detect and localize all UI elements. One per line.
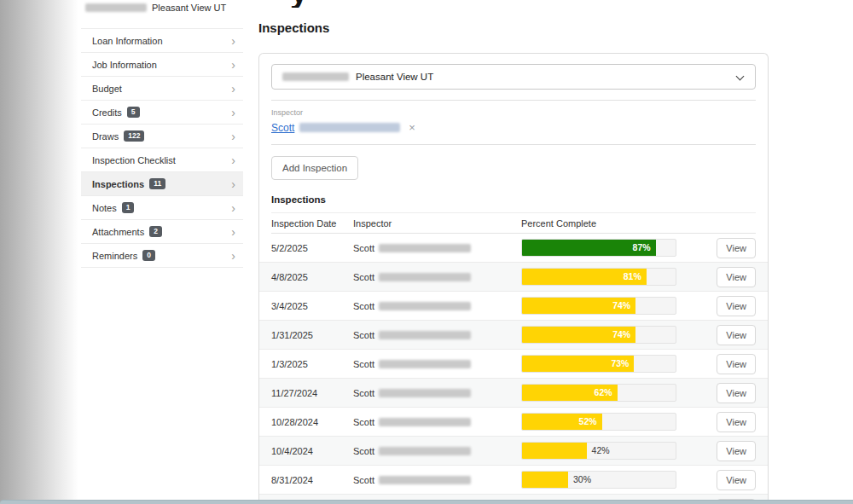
view-cell: View [717, 238, 756, 258]
inspection-date-cell: 1/31/2025 [271, 330, 353, 340]
inspector-link[interactable]: Scott [271, 122, 294, 134]
chevron-right-icon: › [231, 35, 235, 47]
redacted-inspector-name [379, 476, 471, 484]
view-cell: View [717, 383, 756, 403]
count-badge: 0 [142, 250, 155, 261]
percent-complete-cell: 74% [521, 326, 717, 344]
view-button[interactable]: View [717, 296, 756, 316]
chevron-right-icon: › [231, 178, 235, 190]
table-row: 10/28/2024Scott52%View [259, 408, 768, 437]
table-row: 1/3/2025Scott73%View [259, 350, 768, 379]
progress-bar-fill: 74% [522, 327, 635, 343]
view-cell: View [717, 441, 756, 461]
sidebar-nav: Loan Information›Job Information›Budget›… [81, 28, 243, 268]
redacted-inspector-name [379, 244, 471, 252]
table-row: 3/4/2025Scott74%View [259, 292, 768, 321]
redacted-inspector-name [379, 447, 471, 455]
percent-complete-cell: 62% [521, 384, 717, 402]
progress-bar: 81% [521, 268, 676, 286]
chevron-right-icon: › [231, 59, 235, 71]
column-header-inspection-date: Inspection Date [271, 218, 353, 229]
page-title: Inspections [258, 20, 329, 35]
inspection-date-cell: 3/4/2025 [271, 301, 353, 311]
chevron-right-icon: › [231, 154, 235, 166]
inspector-name: Scott [353, 417, 374, 427]
count-badge: 122 [124, 130, 144, 142]
sidebar-item-label: Inspections [92, 179, 144, 189]
sidebar-item-job-information[interactable]: Job Information› [81, 53, 243, 77]
divider [271, 100, 756, 101]
remove-inspector-icon[interactable]: × [409, 121, 415, 134]
view-cell: View [717, 354, 756, 374]
inspector-cell: Scott [353, 446, 521, 456]
inspections-panel: Pleasant View UT Inspector Scott × Add I… [258, 53, 769, 504]
view-button[interactable]: View [717, 267, 756, 287]
redacted-loan-number [85, 3, 147, 12]
sidebar-item-inspection-checklist[interactable]: Inspection Checklist› [81, 148, 243, 172]
inspector-name: Scott [353, 301, 374, 311]
table-row: 8/31/2024Scott30%View [259, 466, 768, 495]
redacted-inspector-name [379, 389, 471, 397]
view-cell: View [717, 470, 756, 490]
view-button[interactable]: View [717, 470, 756, 490]
redacted-inspector-name [379, 331, 471, 339]
progress-bar-fill [522, 443, 587, 459]
view-button[interactable]: View [717, 383, 756, 403]
view-button[interactable]: View [717, 441, 756, 461]
inspector-cell: Scott [353, 388, 521, 398]
redacted-inspector-name [379, 273, 471, 281]
view-button[interactable]: View [717, 412, 756, 432]
chevron-right-icon: › [231, 130, 235, 142]
sidebar-item-label: Attachments [92, 227, 144, 237]
sidebar-item-draws[interactable]: Draws122› [81, 125, 243, 148]
left-shadow-vignette [0, 0, 78, 504]
progress-bar-label: 42% [592, 443, 610, 459]
percent-complete-cell: 30% [521, 471, 717, 489]
inspection-date-cell: 11/27/2024 [271, 388, 353, 398]
progress-bar: 52% [521, 413, 676, 431]
inspection-date-cell: 8/31/2024 [271, 475, 353, 485]
sidebar-item-reminders[interactable]: Reminders0› [81, 244, 243, 268]
progress-bar-fill: 87% [522, 240, 656, 256]
breadcrumb-location: Pleasant View UT [152, 3, 226, 13]
inspection-date-cell: 4/8/2025 [271, 272, 353, 282]
inspector-value: Scott × [271, 121, 756, 134]
count-badge: 11 [149, 178, 165, 189]
chevron-right-icon: › [231, 250, 235, 262]
inspector-name: Scott [353, 330, 374, 340]
percent-complete-cell: 81% [521, 268, 717, 286]
sidebar-item-credits[interactable]: Credits5› [81, 101, 243, 125]
inspector-cell: Scott [353, 475, 521, 485]
inspector-name: Scott [353, 243, 374, 253]
add-inspection-button[interactable]: Add Inspection [271, 156, 358, 180]
percent-complete-cell: 87% [521, 239, 717, 257]
sidebar-item-loan-information[interactable]: Loan Information› [81, 29, 243, 53]
table-row: 11/27/2024Scott62%View [259, 379, 768, 408]
sidebar-item-label: Draws [92, 131, 119, 142]
sidebar-item-label: Inspection Checklist [92, 155, 176, 165]
redacted-loan-number [282, 72, 349, 81]
inspection-date-cell: 1/3/2025 [271, 359, 353, 369]
sidebar-item-attachments[interactable]: Attachments2› [81, 220, 243, 244]
inspector-field-label: Inspector [271, 108, 756, 117]
sidebar-item-label: Budget [92, 84, 122, 94]
inspector-name: Scott [353, 475, 374, 485]
view-button[interactable]: View [717, 238, 756, 258]
table-row: 10/4/2024Scott42%View [259, 437, 768, 466]
sidebar-item-notes[interactable]: Notes1› [81, 196, 243, 220]
inspector-cell: Scott [353, 359, 521, 369]
inspector-cell: Scott [353, 330, 521, 340]
view-cell: View [717, 296, 756, 316]
percent-complete-cell: 52% [521, 413, 717, 431]
sidebar-item-budget[interactable]: Budget› [81, 77, 243, 101]
breadcrumb: Pleasant View UT [85, 3, 226, 13]
inspections-table-body: 5/2/2025Scott87%View4/8/2025Scott81%View… [271, 234, 756, 504]
view-button[interactable]: View [717, 325, 756, 345]
inspector-name: Scott [353, 446, 374, 456]
progress-bar-fill: 73% [522, 356, 634, 372]
loan-select[interactable]: Pleasant View UT [271, 64, 756, 90]
chevron-down-icon [736, 72, 745, 81]
view-button[interactable]: View [717, 354, 756, 374]
sidebar-item-inspections[interactable]: Inspections11› [81, 172, 243, 196]
inspector-cell: Scott [353, 243, 521, 253]
